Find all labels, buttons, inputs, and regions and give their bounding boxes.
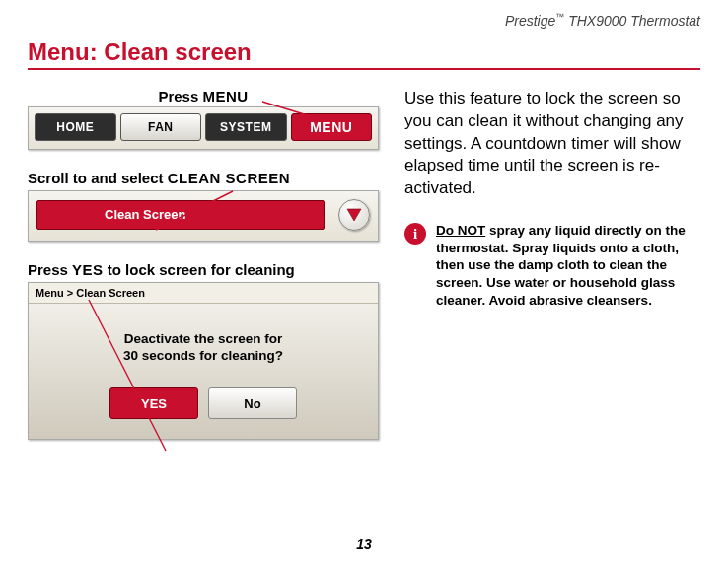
step3-label: Press YES to lock screen for cleaning [28, 261, 379, 278]
nav-fan-button[interactable]: FAN [120, 113, 202, 141]
nav-system-button[interactable]: SYSTEM [205, 113, 287, 141]
step2-label: Scroll to and select CLEAN SCREEN [28, 170, 379, 186]
yes-button[interactable]: YES [109, 387, 198, 419]
svg-marker-0 [347, 209, 361, 221]
clean-screen-row-panel: Clean Screen [28, 190, 379, 242]
right-column: Use this feature to lock the screen so y… [404, 88, 700, 441]
left-column: Press MENU HOME FAN SYSTEM MENU Scroll t… [28, 88, 379, 441]
page-title: Menu: Clean screen [28, 38, 700, 66]
nav-home-button[interactable]: HOME [35, 113, 116, 141]
trademark: ™ [555, 12, 564, 22]
nav-menu-button[interactable]: MENU [291, 113, 373, 141]
scroll-down-button[interactable] [338, 199, 370, 231]
info-icon: i [404, 223, 426, 245]
no-button[interactable]: No [208, 387, 297, 419]
feature-description: Use this feature to lock the screen so y… [404, 88, 700, 201]
product-model: THX9000 Thermostat [568, 13, 700, 29]
chevron-down-icon [346, 208, 362, 222]
info-callout: i Do NOT spray any liquid directly on th… [404, 222, 700, 309]
dialog-message: Deactivate the screen for 30 seconds for… [38, 331, 368, 365]
title-rule [28, 68, 700, 70]
step1-label: Press MENU [28, 88, 379, 105]
info-text: Do NOT spray any liquid directly on the … [436, 222, 700, 309]
product-header: Prestige™ THX9000 Thermostat [28, 12, 700, 29]
product-name: Prestige [505, 13, 555, 29]
thermostat-navbar-panel: HOME FAN SYSTEM MENU [28, 106, 379, 150]
page-number: 13 [0, 536, 728, 552]
breadcrumb: Menu > Clean Screen [29, 283, 378, 304]
clean-screen-menu-item[interactable]: Clean Screen [36, 200, 325, 230]
confirm-dialog-panel: Menu > Clean Screen Deactivate the scree… [28, 282, 379, 441]
